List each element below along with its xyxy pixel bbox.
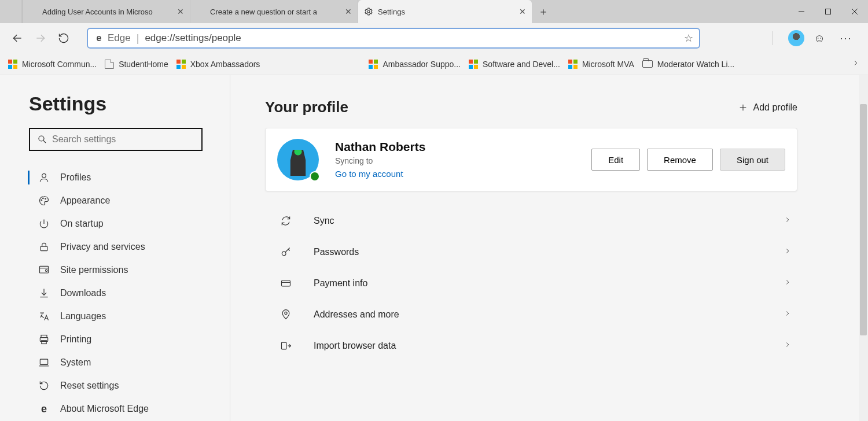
palette-icon — [38, 195, 50, 206]
row-sync[interactable]: Sync — [265, 205, 797, 237]
sidebar-item-about[interactable]: e About Microsoft Edge — [29, 398, 215, 419]
settings-sidebar: Settings Profiles Appearance On startup … — [0, 75, 230, 421]
browser-tab-2[interactable]: Settings ✕ — [358, 0, 532, 23]
svg-line-8 — [43, 141, 46, 143]
permissions-icon — [38, 264, 50, 276]
browser-tab-1[interactable]: Create a new question or start a ✕ — [190, 0, 358, 23]
favorite-link[interactable]: Moderator Watch Li... — [642, 60, 734, 69]
microsoft-logo-icon — [568, 60, 578, 69]
favorite-link[interactable]: Microsoft Commun... — [8, 60, 97, 69]
svg-line-28 — [288, 249, 290, 251]
svg-point-26 — [282, 252, 286, 256]
window-minimize-button[interactable] — [788, 0, 815, 23]
profile-sync-status: Syncing to — [335, 156, 425, 165]
window-controls — [788, 0, 868, 23]
close-tab-icon[interactable]: ✕ — [514, 7, 526, 16]
add-profile-button[interactable]: Add profile — [738, 102, 798, 113]
chevron-right-icon — [784, 216, 792, 226]
sidebar-item-privacy[interactable]: Privacy and services — [29, 237, 215, 257]
refresh-button[interactable] — [52, 27, 75, 50]
svg-point-31 — [285, 312, 287, 314]
settings-main: Your profile Add profile Nathan Roberts … — [230, 75, 868, 421]
sidebar-item-system[interactable]: System — [29, 352, 215, 373]
sidebar-item-onstartup[interactable]: On startup — [29, 213, 215, 234]
tab-title: Adding User Accounts in Microso — [42, 8, 153, 16]
printer-icon — [38, 334, 50, 345]
vertical-scrollbar[interactable] — [859, 75, 868, 421]
row-passwords[interactable]: Passwords — [265, 237, 797, 268]
reset-icon — [38, 380, 50, 392]
close-tab-icon[interactable]: ✕ — [340, 7, 352, 16]
settings-search-box[interactable] — [29, 128, 203, 151]
url-text: edge://settings/people — [145, 32, 241, 44]
favorite-link[interactable]: Ambassador Suppo... — [369, 60, 461, 69]
sidebar-item-profiles[interactable]: Profiles — [29, 167, 215, 188]
row-payment[interactable]: Payment info — [265, 268, 797, 299]
tab-title: Create a new question or start a — [210, 8, 317, 16]
profile-avatar-button[interactable] — [788, 30, 804, 46]
page-icon — [105, 60, 114, 69]
menu-button[interactable]: ··· — [834, 27, 858, 50]
sidebar-item-printing[interactable]: Printing — [29, 329, 215, 350]
sidebar-item-appearance[interactable]: Appearance — [29, 190, 215, 211]
chevron-right-icon — [784, 247, 792, 257]
address-bar[interactable]: e Edge | edge://settings/people ☆ — [87, 28, 700, 49]
tab-favicon-slot — [0, 0, 22, 23]
favorite-link[interactable]: StudentHome — [105, 60, 168, 69]
sidebar-item-sitepermissions[interactable]: Site permissions — [29, 260, 215, 280]
favorites-overflow-button[interactable] — [852, 59, 860, 69]
row-import[interactable]: Import browser data — [265, 330, 797, 361]
svg-point-0 — [367, 10, 370, 13]
lock-icon — [38, 241, 50, 253]
remove-profile-button[interactable]: Remove — [647, 149, 713, 171]
svg-point-11 — [43, 198, 44, 199]
edge-logo-icon: e — [94, 33, 104, 43]
svg-rect-32 — [282, 342, 286, 349]
favorite-link[interactable]: Microsoft MVA — [568, 60, 634, 69]
go-to-account-link[interactable]: Go to my account — [335, 169, 403, 179]
microsoft-logo-icon — [196, 7, 205, 16]
chevron-right-icon — [784, 278, 792, 289]
location-icon — [280, 309, 306, 320]
power-icon — [38, 218, 50, 230]
favorite-star-icon[interactable]: ☆ — [684, 32, 693, 45]
svg-point-9 — [42, 173, 46, 178]
microsoft-logo-icon — [369, 60, 378, 69]
tab-title: Settings — [378, 8, 405, 16]
folder-icon — [642, 60, 653, 68]
back-button[interactable] — [6, 27, 29, 50]
sync-icon — [280, 215, 306, 227]
sidebar-item-reset[interactable]: Reset settings — [29, 375, 215, 396]
scrollbar-thumb[interactable] — [860, 104, 867, 335]
forward-button[interactable] — [29, 27, 52, 50]
svg-point-10 — [41, 200, 42, 201]
settings-search-input[interactable] — [52, 134, 194, 145]
favorite-link[interactable]: Software and Devel... — [469, 60, 560, 69]
svg-rect-21 — [42, 341, 46, 344]
chevron-right-icon — [784, 341, 792, 351]
sidebar-item-languages[interactable]: Languages — [29, 306, 215, 327]
microsoft-logo-icon — [28, 7, 38, 16]
feedback-smiley-button[interactable]: ☺ — [808, 27, 831, 50]
window-maximize-button[interactable] — [815, 0, 841, 23]
microsoft-logo-icon — [176, 60, 186, 69]
page-heading: Your profile — [265, 98, 348, 116]
new-tab-button[interactable]: ＋ — [532, 0, 555, 23]
download-icon — [38, 287, 50, 299]
close-tab-icon[interactable]: ✕ — [172, 7, 184, 16]
browser-tab-0[interactable]: Adding User Accounts in Microso ✕ — [23, 0, 190, 23]
sync-status-badge — [310, 171, 320, 182]
chevron-right-icon — [784, 309, 792, 320]
window-close-button[interactable] — [841, 0, 868, 23]
svg-rect-13 — [41, 246, 47, 251]
person-icon — [38, 172, 50, 183]
search-icon — [37, 134, 47, 145]
url-protocol-label: Edge — [108, 32, 131, 44]
favorite-link[interactable]: Xbox Ambassadors — [176, 60, 260, 69]
signout-button[interactable]: Sign out — [720, 149, 785, 171]
edit-profile-button[interactable]: Edit — [591, 149, 640, 171]
sidebar-item-downloads[interactable]: Downloads — [29, 283, 215, 304]
row-addresses[interactable]: Addresses and more — [265, 299, 797, 330]
import-icon — [280, 340, 306, 352]
content-area: Settings Profiles Appearance On startup … — [0, 75, 868, 421]
